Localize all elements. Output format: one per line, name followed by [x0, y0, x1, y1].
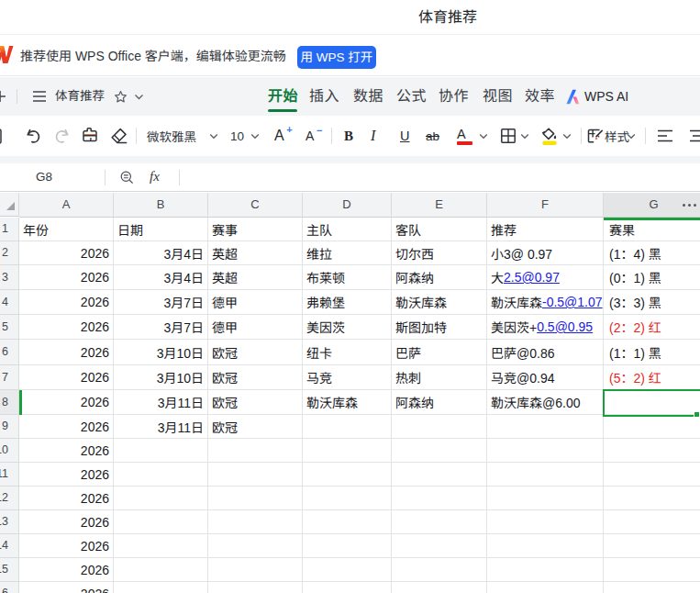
cell-E3[interactable]: 阿森纳 — [392, 265, 487, 290]
cell-F13[interactable] — [487, 510, 604, 534]
cell-C10[interactable] — [208, 439, 303, 463]
cell-E8[interactable]: 阿森纳 — [392, 390, 487, 415]
cell-A2[interactable]: 2026 — [19, 241, 114, 265]
cell-link[interactable]: 2.5@0.97 — [504, 270, 560, 285]
clipped-paste-icon[interactable] — [0, 116, 4, 156]
cell-G15[interactable] — [604, 558, 700, 582]
select-all-corner[interactable] — [0, 193, 19, 217]
open-in-wps-button[interactable]: 用 WPS 打开 — [297, 46, 376, 69]
cell-C15[interactable] — [208, 558, 303, 582]
cell-D9[interactable] — [303, 415, 392, 439]
row-header-5[interactable]: 5 — [0, 315, 19, 340]
cell-F2[interactable]: 小3@ 0.97 — [487, 241, 604, 265]
row-header-1[interactable]: 1 — [0, 218, 19, 241]
font-name-select[interactable]: 微软雅黑 — [147, 116, 200, 156]
row-header-3[interactable]: 3 — [0, 265, 19, 290]
cell-A11[interactable]: 2026 — [19, 463, 114, 487]
row-header-6[interactable]: 6 — [0, 340, 19, 365]
cell-G6[interactable]: (1：1) 黑 — [604, 340, 700, 365]
cell-G11[interactable] — [604, 463, 700, 487]
cell-E5[interactable]: 斯图加特 — [392, 315, 487, 340]
insert-function-button[interactable]: fx — [150, 163, 160, 191]
cell-C6[interactable]: 欧冠 — [208, 340, 303, 365]
cell-B14[interactable] — [114, 534, 208, 558]
row-header-10[interactable]: 10 — [0, 439, 19, 463]
cell-G1[interactable]: 赛果 — [604, 218, 700, 241]
cell-B5[interactable]: 3月7日 — [114, 315, 208, 340]
column-header-F[interactable]: F — [487, 193, 604, 218]
font-size-select[interactable]: 10 — [230, 116, 245, 156]
cell-C3[interactable]: 英超 — [208, 265, 303, 290]
cell-E11[interactable] — [392, 463, 487, 487]
column-header-C[interactable]: C — [208, 193, 303, 218]
row-header-12[interactable]: 12 — [0, 487, 19, 510]
formula-input[interactable] — [180, 163, 700, 191]
row-header-16[interactable]: 16 — [0, 582, 19, 593]
cell-B4[interactable]: 3月7日 — [114, 290, 208, 315]
borders-chevron-icon[interactable] — [520, 116, 529, 156]
cell-C1[interactable]: 赛事 — [208, 218, 303, 241]
cell-styles-chevron-icon[interactable] — [627, 116, 636, 156]
cell-B2[interactable]: 3月4日 — [114, 241, 208, 265]
cell-A5[interactable]: 2026 — [19, 315, 114, 340]
cell-D8[interactable]: 勒沃库森 — [303, 390, 392, 415]
cell-A16[interactable]: 2026 — [19, 582, 114, 593]
cell-F5[interactable]: 美因茨+0.5@0.95 — [487, 315, 604, 340]
cell-F8[interactable]: 勒沃库森@6.00 — [487, 390, 604, 415]
decrease-font-button[interactable]: A− — [306, 116, 314, 156]
cell-C8[interactable]: 欧冠 — [208, 390, 303, 415]
cell-A12[interactable]: 2026 — [19, 487, 114, 510]
wps-ai-button[interactable]: WPS AI — [566, 77, 628, 116]
cell-F6[interactable]: 巴萨@0.86 — [487, 340, 604, 365]
cell-A6[interactable]: 2026 — [19, 340, 114, 365]
underline-button[interactable]: U — [400, 116, 412, 156]
cell-C16[interactable] — [208, 582, 303, 593]
cell-E14[interactable] — [392, 534, 487, 558]
cell-F3[interactable]: 大2.5@0.97 — [487, 265, 604, 290]
cell-E10[interactable] — [392, 439, 487, 463]
cell-G16[interactable] — [604, 582, 700, 593]
cell-D4[interactable]: 弗赖堡 — [303, 290, 392, 315]
cell-D14[interactable] — [303, 534, 392, 558]
cell-F16[interactable] — [487, 582, 604, 593]
cell-D12[interactable] — [303, 487, 392, 510]
cell-C9[interactable]: 欧冠 — [208, 415, 303, 439]
cell-A13[interactable]: 2026 — [19, 510, 114, 534]
cell-E2[interactable]: 切尔西 — [392, 241, 487, 265]
cell-B13[interactable] — [114, 510, 208, 534]
cell-A10[interactable]: 2026 — [19, 439, 114, 463]
cell-C5[interactable]: 德甲 — [208, 315, 303, 340]
tab-2[interactable]: 插入 — [309, 77, 339, 116]
fill-color-icon[interactable] — [540, 116, 559, 156]
cell-G2[interactable]: (1：4) 黑 — [604, 241, 700, 265]
cell-B15[interactable] — [114, 558, 208, 582]
row-header-9[interactable]: 9 — [0, 415, 19, 439]
font-color-button[interactable]: A — [457, 116, 473, 156]
italic-button[interactable]: I — [371, 116, 380, 156]
column-header-B[interactable]: B — [114, 193, 208, 218]
tab-5[interactable]: 协作 — [439, 77, 469, 116]
row-header-11[interactable]: 11 — [0, 463, 19, 487]
cell-B3[interactable]: 3月4日 — [114, 265, 208, 290]
cell-E15[interactable] — [392, 558, 487, 582]
cell-B6[interactable]: 3月10日 — [114, 340, 208, 365]
row-header-14[interactable]: 14 — [0, 534, 19, 558]
cell-A14[interactable]: 2026 — [19, 534, 114, 558]
cell-E12[interactable] — [392, 487, 487, 510]
cell-G4[interactable]: (3：3) 黑 — [604, 290, 700, 315]
cell-B16[interactable] — [114, 582, 208, 593]
column-header-D[interactable]: D — [303, 193, 392, 218]
cell-E9[interactable] — [392, 415, 487, 439]
cell-A8[interactable]: 2026 — [19, 390, 114, 415]
cell-A3[interactable]: 2026 — [19, 265, 114, 290]
strikethrough-button[interactable]: ab — [426, 116, 442, 156]
cell-F14[interactable] — [487, 534, 604, 558]
undo-icon[interactable] — [25, 116, 42, 156]
row-header-15[interactable]: 15 — [0, 558, 19, 582]
bold-button[interactable]: B — [344, 116, 356, 156]
cell-F10[interactable] — [487, 439, 604, 463]
tab-1[interactable]: 开始 — [268, 77, 298, 116]
column-menu-ellipsis-icon[interactable] — [683, 193, 696, 217]
cell-E16[interactable] — [392, 582, 487, 593]
cell-D10[interactable] — [303, 439, 392, 463]
